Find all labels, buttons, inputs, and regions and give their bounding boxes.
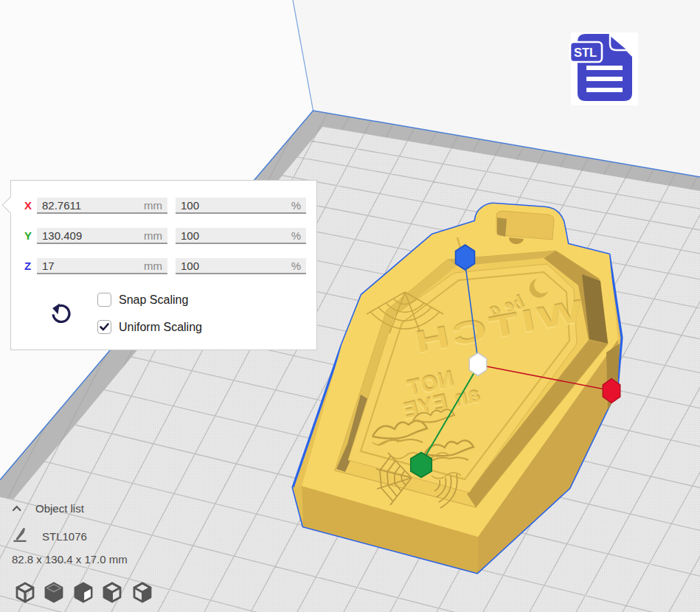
svg-text:82.8 x 130.4 x 17.0 mm: 82.8 x 130.4 x 17.0 mm	[12, 553, 128, 566]
svg-text:STL: STL	[574, 46, 597, 59]
svg-text:STL1076: STL1076	[42, 530, 87, 543]
svg-text:Object list: Object list	[35, 502, 85, 515]
